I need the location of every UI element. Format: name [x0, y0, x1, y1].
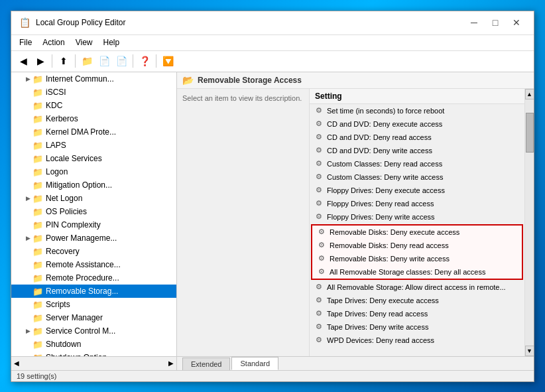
tree-item-net-logon[interactable]: ▶ 📁 Net Logon [11, 192, 176, 205]
tree-label: Logon [46, 167, 174, 176]
setting-row[interactable]: ⚙ CD and DVD: Deny execute access [310, 117, 524, 131]
up-button[interactable]: ⬆ [56, 53, 72, 69]
show-hide-button[interactable]: 📁 [79, 53, 95, 69]
tree-item-pin-complexity[interactable]: 📁 PIN Complexity [11, 218, 176, 231]
tab-extended[interactable]: Extended [182, 358, 230, 370]
tree-item-scripts[interactable]: 📁 Scripts [11, 298, 176, 311]
setting-icon: ⚙ [316, 241, 327, 250]
back-button[interactable]: ◀ [15, 53, 31, 69]
filter-button[interactable]: 🔽 [160, 53, 176, 69]
setting-row-highlighted[interactable]: ⚙ Removable Disks: Deny execute access [312, 226, 522, 239]
setting-row[interactable]: ⚙ WPD Devices: Deny read access [310, 334, 524, 347]
setting-row[interactable]: ⚙ Tape Drives: Deny write access [310, 320, 524, 334]
setting-label: All Removable Storage classes: Deny all … [330, 268, 518, 276]
folder-icon: 📁 [32, 127, 43, 137]
tree-label: KDC [46, 101, 174, 110]
setting-row-highlighted[interactable]: ⚙ Removable Disks: Deny write access [312, 252, 522, 265]
setting-row[interactable]: ⚙ CD and DVD: Deny write access [310, 144, 524, 157]
setting-row[interactable]: ⚙ Tape Drives: Deny execute access [310, 294, 524, 307]
tab-standard[interactable]: Standard [231, 357, 278, 370]
scroll-track[interactable] [525, 99, 534, 346]
tree-nav-bar: ◀ ▶ [11, 357, 177, 370]
setting-row[interactable]: ⚙ Floppy Drives: Deny execute access [310, 184, 524, 197]
tree-item-recovery[interactable]: 📁 Recovery [11, 245, 176, 258]
setting-row[interactable]: ⚙ All Removable Storage: Allow direct ac… [310, 281, 524, 294]
tree-item-os-policies[interactable]: 📁 OS Policies [11, 205, 176, 218]
menu-help[interactable]: Help [98, 36, 125, 48]
description-pane: Select an item to view its description. [177, 89, 310, 356]
expand-icon: ▶ [23, 235, 32, 241]
tree-item-laps[interactable]: 📁 LAPS [11, 139, 176, 152]
setting-label: Custom Classes: Deny read access [327, 160, 520, 168]
setting-label: Tape Drives: Deny execute access [327, 296, 520, 304]
setting-row[interactable]: ⚙ Custom Classes: Deny write access [310, 170, 524, 184]
setting-icon: ⚙ [314, 336, 324, 345]
tree-item-server-manager[interactable]: 📁 Server Manager [11, 311, 176, 324]
menu-view[interactable]: View [70, 36, 98, 48]
tree-label: Remote Procedure... [46, 273, 174, 283]
scroll-thumb[interactable] [526, 113, 534, 153]
setting-row[interactable]: ⚙ Custom Classes: Deny read access [310, 157, 524, 170]
forward-button[interactable]: ▶ [32, 53, 48, 69]
tree-item-remote-procedure[interactable]: 📁 Remote Procedure... [11, 271, 176, 285]
window-icon: 📋 [19, 17, 30, 28]
breadcrumb-text: Removable Storage Access [198, 76, 302, 85]
tree-item-shutdown-option[interactable]: 📁 Shutdown Option... [11, 351, 176, 356]
tree-item-internet-commun[interactable]: ▶ 📁 Internet Commun... [11, 72, 176, 86]
main-window: 📋 Local Group Policy Editor ─ □ ✕ File A… [11, 11, 534, 382]
setting-row-highlighted[interactable]: ⚙ All Removable Storage classes: Deny al… [312, 265, 522, 279]
minimize-button[interactable]: ─ [465, 16, 483, 29]
setting-row[interactable]: ⚙ Floppy Drives: Deny write access [310, 210, 524, 224]
setting-icon: ⚙ [314, 159, 324, 168]
scroll-left-button[interactable]: ◀ [14, 359, 19, 367]
folder-open-icon: 📂 [182, 75, 194, 86]
setting-icon: ⚙ [316, 254, 327, 263]
tree-item-kdc[interactable]: 📁 KDC [11, 99, 176, 112]
setting-icon: ⚙ [314, 283, 324, 292]
folder-icon: 📁 [32, 141, 43, 150]
setting-row[interactable]: ⚙ Set time (in seconds) to force reboot [310, 104, 524, 117]
setting-label: Custom Classes: Deny write access [327, 173, 520, 181]
tree-item-power-management[interactable]: ▶ 📁 Power Manageme... [11, 231, 176, 245]
setting-row[interactable]: ⚙ Floppy Drives: Deny read access [310, 197, 524, 210]
tree-item-removable-storage[interactable]: 📁 Removable Storag... [11, 285, 176, 298]
bottom-area: ◀ ▶ Extended Standard 19 setting(s) [11, 356, 534, 381]
close-button[interactable]: ✕ [507, 16, 526, 29]
setting-label: Removable Disks: Deny execute access [330, 228, 518, 236]
properties-button[interactable]: 📄 [96, 53, 112, 69]
menu-action[interactable]: Action [37, 36, 70, 48]
tree-item-kerberos[interactable]: 📁 Kerberos [11, 112, 176, 125]
content-area: Select an item to view its description. … [177, 89, 534, 356]
scrollbar: ▲ ▼ [524, 89, 534, 356]
settings-pane: Setting ⚙ Set time (in seconds) to force… [310, 89, 524, 356]
status-text: 19 setting(s) [17, 372, 57, 380]
folder-icon: 📁 [32, 180, 43, 190]
scroll-down-button[interactable]: ▼ [525, 346, 534, 356]
tree-item-mitigation-option[interactable]: 📁 Mitigation Option... [11, 178, 176, 192]
setting-row[interactable]: ⚙ Tape Drives: Deny read access [310, 307, 524, 320]
folder-icon: 📁 [32, 194, 43, 203]
expand-icon: ▶ [23, 76, 32, 82]
tree-label: Shutdown [46, 340, 174, 349]
setting-row-highlighted[interactable]: ⚙ Removable Disks: Deny read access [312, 239, 522, 252]
setting-icon: ⚙ [314, 172, 324, 182]
tree-item-remote-assistance[interactable]: 📁 Remote Assistance... [11, 258, 176, 271]
tree-item-iscsi[interactable]: 📁 iSCSI [11, 86, 176, 99]
extend-button[interactable]: 📄 [113, 53, 129, 69]
tree-item-shutdown[interactable]: 📁 Shutdown [11, 338, 176, 351]
menu-file[interactable]: File [14, 36, 37, 48]
help-button[interactable]: ❓ [137, 53, 152, 69]
setting-row[interactable]: ⚙ CD and DVD: Deny read access [310, 131, 524, 144]
setting-icon: ⚙ [314, 146, 324, 155]
tree-item-service-control[interactable]: ▶ 📁 Service Control M... [11, 324, 176, 338]
setting-icon: ⚙ [314, 322, 324, 332]
tree-item-kernel-dma[interactable]: 📁 Kernel DMA Prote... [11, 125, 176, 139]
toolbar-separator-1 [52, 54, 52, 68]
folder-icon: 📁 [32, 340, 43, 349]
maximize-button[interactable]: □ [486, 16, 505, 29]
tree-item-logon[interactable]: 📁 Logon [11, 165, 176, 178]
scroll-right-button[interactable]: ▶ [168, 359, 174, 367]
main-content: ▶ 📁 Internet Commun... 📁 iSCSI 📁 KDC 📁 K… [11, 72, 534, 356]
tree-item-locale-services[interactable]: 📁 Locale Services [11, 152, 176, 165]
scroll-up-button[interactable]: ▲ [525, 89, 534, 99]
